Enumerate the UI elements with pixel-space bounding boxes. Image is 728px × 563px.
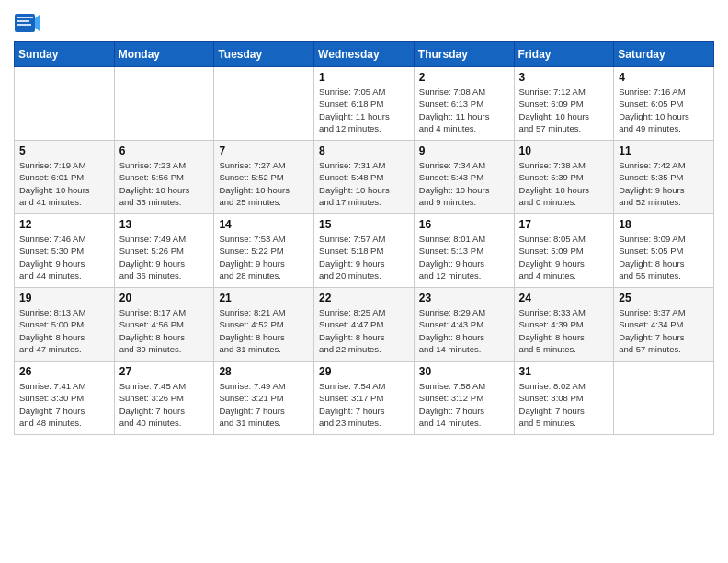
day-info: Sunrise: 8:21 AM Sunset: 4:52 PM Dayligh…	[219, 306, 309, 355]
empty-cell	[214, 67, 314, 141]
day-number: 24	[519, 292, 609, 304]
day-number: 28	[219, 365, 309, 378]
day-info: Sunrise: 8:05 AM Sunset: 5:09 PM Dayligh…	[519, 233, 609, 282]
weekday-header-monday: Monday	[114, 42, 214, 67]
empty-cell	[614, 362, 714, 435]
calendar-day-22: 22Sunrise: 8:25 AM Sunset: 4:47 PM Dayli…	[314, 288, 415, 362]
svg-rect-4	[17, 24, 31, 26]
svg-marker-1	[35, 14, 40, 32]
calendar-day-5: 5Sunrise: 7:19 AM Sunset: 6:01 PM Daylig…	[15, 141, 115, 214]
day-number: 4	[619, 71, 709, 84]
svg-rect-2	[17, 17, 33, 18]
calendar-day-24: 24Sunrise: 8:33 AM Sunset: 4:39 PM Dayli…	[514, 288, 614, 362]
day-number: 19	[19, 292, 109, 304]
day-info: Sunrise: 8:02 AM Sunset: 3:08 PM Dayligh…	[519, 380, 609, 429]
day-info: Sunrise: 8:29 AM Sunset: 4:43 PM Dayligh…	[419, 306, 509, 355]
calendar-day-21: 21Sunrise: 8:21 AM Sunset: 4:52 PM Dayli…	[214, 288, 314, 362]
day-info: Sunrise: 7:31 AM Sunset: 5:48 PM Dayligh…	[319, 159, 409, 208]
weekday-header-sunday: Sunday	[15, 42, 115, 67]
day-number: 11	[619, 144, 709, 157]
day-number: 20	[119, 292, 210, 304]
calendar-day-23: 23Sunrise: 8:29 AM Sunset: 4:43 PM Dayli…	[414, 288, 514, 362]
day-number: 17	[519, 218, 609, 231]
day-info: Sunrise: 7:46 AM Sunset: 5:30 PM Dayligh…	[19, 233, 109, 282]
day-info: Sunrise: 7:53 AM Sunset: 5:22 PM Dayligh…	[219, 233, 309, 282]
weekday-header-thursday: Thursday	[414, 42, 514, 67]
day-number: 8	[319, 144, 409, 157]
calendar-day-28: 28Sunrise: 7:49 AM Sunset: 3:21 PM Dayli…	[214, 362, 314, 435]
day-number: 2	[419, 71, 509, 84]
day-number: 29	[319, 365, 409, 378]
day-number: 21	[219, 292, 309, 304]
day-info: Sunrise: 7:58 AM Sunset: 3:12 PM Dayligh…	[419, 380, 509, 429]
calendar-day-30: 30Sunrise: 7:58 AM Sunset: 3:12 PM Dayli…	[414, 362, 514, 435]
day-info: Sunrise: 8:13 AM Sunset: 5:00 PM Dayligh…	[19, 306, 109, 355]
main-container: SundayMondayTuesdayWednesdayThursdayFrid…	[0, 0, 728, 444]
day-info: Sunrise: 7:34 AM Sunset: 5:43 PM Dayligh…	[419, 159, 509, 208]
calendar-week-3: 12Sunrise: 7:46 AM Sunset: 5:30 PM Dayli…	[15, 214, 714, 288]
day-number: 7	[219, 144, 309, 157]
day-info: Sunrise: 8:17 AM Sunset: 4:56 PM Dayligh…	[119, 306, 210, 355]
calendar-day-26: 26Sunrise: 7:41 AM Sunset: 3:30 PM Dayli…	[15, 362, 115, 435]
day-number: 27	[119, 365, 210, 378]
day-info: Sunrise: 7:57 AM Sunset: 5:18 PM Dayligh…	[319, 233, 409, 282]
day-number: 22	[319, 292, 409, 304]
day-info: Sunrise: 8:01 AM Sunset: 5:13 PM Dayligh…	[419, 233, 509, 282]
day-info: Sunrise: 7:05 AM Sunset: 6:18 PM Dayligh…	[319, 86, 409, 134]
day-info: Sunrise: 7:16 AM Sunset: 6:05 PM Dayligh…	[619, 86, 709, 134]
day-number: 14	[219, 218, 309, 231]
calendar-day-12: 12Sunrise: 7:46 AM Sunset: 5:30 PM Dayli…	[15, 214, 115, 288]
calendar-week-2: 5Sunrise: 7:19 AM Sunset: 6:01 PM Daylig…	[15, 141, 714, 214]
weekday-header-wednesday: Wednesday	[314, 42, 415, 67]
day-info: Sunrise: 8:09 AM Sunset: 5:05 PM Dayligh…	[619, 233, 709, 282]
weekday-header-saturday: Saturday	[614, 42, 714, 67]
logo-icon	[14, 9, 41, 37]
calendar-week-5: 26Sunrise: 7:41 AM Sunset: 3:30 PM Dayli…	[15, 362, 714, 435]
day-number: 30	[419, 365, 509, 378]
day-number: 31	[519, 365, 609, 378]
day-number: 10	[519, 144, 609, 157]
header	[14, 9, 714, 37]
calendar-day-27: 27Sunrise: 7:45 AM Sunset: 3:26 PM Dayli…	[114, 362, 214, 435]
svg-rect-3	[17, 20, 29, 22]
calendar-day-29: 29Sunrise: 7:54 AM Sunset: 3:17 PM Dayli…	[314, 362, 415, 435]
day-info: Sunrise: 7:42 AM Sunset: 5:35 PM Dayligh…	[619, 159, 709, 208]
calendar-day-20: 20Sunrise: 8:17 AM Sunset: 4:56 PM Dayli…	[114, 288, 214, 362]
calendar-day-8: 8Sunrise: 7:31 AM Sunset: 5:48 PM Daylig…	[314, 141, 415, 214]
calendar-day-17: 17Sunrise: 8:05 AM Sunset: 5:09 PM Dayli…	[514, 214, 614, 288]
day-number: 5	[19, 144, 109, 157]
day-number: 23	[419, 292, 509, 304]
calendar-day-16: 16Sunrise: 8:01 AM Sunset: 5:13 PM Dayli…	[414, 214, 514, 288]
weekday-header-friday: Friday	[514, 42, 614, 67]
day-number: 16	[419, 218, 509, 231]
day-info: Sunrise: 7:49 AM Sunset: 5:26 PM Dayligh…	[119, 233, 210, 282]
calendar-table: SundayMondayTuesdayWednesdayThursdayFrid…	[14, 41, 714, 435]
day-info: Sunrise: 7:49 AM Sunset: 3:21 PM Dayligh…	[219, 380, 309, 429]
day-info: Sunrise: 7:41 AM Sunset: 3:30 PM Dayligh…	[19, 380, 109, 429]
day-number: 15	[319, 218, 409, 231]
calendar-day-4: 4Sunrise: 7:16 AM Sunset: 6:05 PM Daylig…	[614, 67, 714, 141]
day-info: Sunrise: 8:25 AM Sunset: 4:47 PM Dayligh…	[319, 306, 409, 355]
calendar-week-1: 1Sunrise: 7:05 AM Sunset: 6:18 PM Daylig…	[15, 67, 714, 141]
calendar-day-15: 15Sunrise: 7:57 AM Sunset: 5:18 PM Dayli…	[314, 214, 415, 288]
day-number: 26	[19, 365, 109, 378]
day-info: Sunrise: 7:27 AM Sunset: 5:52 PM Dayligh…	[219, 159, 309, 208]
calendar-day-18: 18Sunrise: 8:09 AM Sunset: 5:05 PM Dayli…	[614, 214, 714, 288]
day-number: 9	[419, 144, 509, 157]
day-number: 1	[319, 71, 409, 84]
day-number: 18	[619, 218, 709, 231]
calendar-week-4: 19Sunrise: 8:13 AM Sunset: 5:00 PM Dayli…	[15, 288, 714, 362]
calendar-day-11: 11Sunrise: 7:42 AM Sunset: 5:35 PM Dayli…	[614, 141, 714, 214]
day-info: Sunrise: 7:23 AM Sunset: 5:56 PM Dayligh…	[119, 159, 210, 208]
day-info: Sunrise: 8:37 AM Sunset: 4:34 PM Dayligh…	[619, 306, 709, 355]
day-info: Sunrise: 7:19 AM Sunset: 6:01 PM Dayligh…	[19, 159, 109, 208]
day-number: 3	[519, 71, 609, 84]
empty-cell	[15, 67, 115, 141]
day-info: Sunrise: 7:08 AM Sunset: 6:13 PM Dayligh…	[419, 86, 509, 134]
empty-cell	[114, 67, 214, 141]
calendar-day-14: 14Sunrise: 7:53 AM Sunset: 5:22 PM Dayli…	[214, 214, 314, 288]
calendar-day-25: 25Sunrise: 8:37 AM Sunset: 4:34 PM Dayli…	[614, 288, 714, 362]
day-info: Sunrise: 7:54 AM Sunset: 3:17 PM Dayligh…	[319, 380, 409, 429]
day-info: Sunrise: 8:33 AM Sunset: 4:39 PM Dayligh…	[519, 306, 609, 355]
calendar-day-19: 19Sunrise: 8:13 AM Sunset: 5:00 PM Dayli…	[15, 288, 115, 362]
